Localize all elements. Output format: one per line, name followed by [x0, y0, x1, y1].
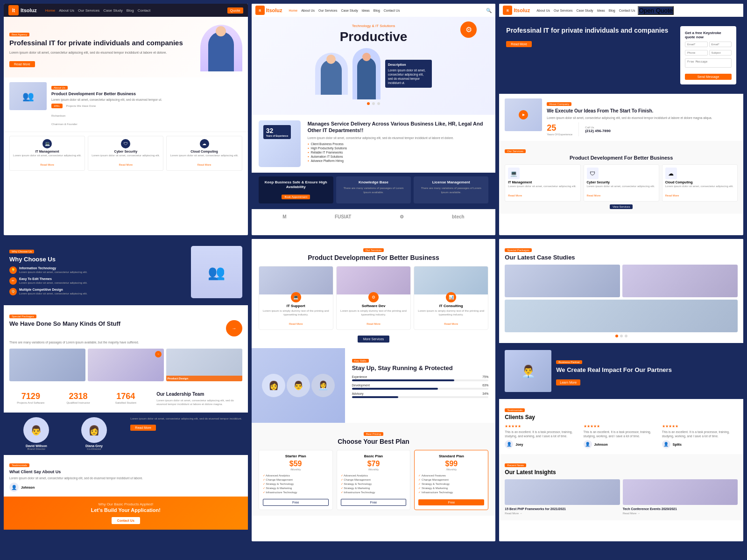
form-phone[interactable]: [685, 50, 708, 56]
brand-fusiat: FUSIAT: [335, 214, 351, 219]
service-item-1: Client Business Process: [308, 142, 489, 146]
case-img-1: [505, 265, 620, 297]
team-read-more-btn[interactable]: Read More: [130, 425, 156, 431]
nav-link-about[interactable]: About Us: [59, 8, 74, 13]
read-more-it[interactable]: Read More: [40, 163, 54, 166]
plan-starter-features: Advanced Analytics Change Management Str…: [263, 473, 329, 494]
case-dot-2[interactable]: [620, 335, 623, 337]
logo-name-2: Itsoluz: [266, 7, 282, 13]
book-btn[interactable]: Book Appointment: [282, 195, 310, 199]
product-content-1: About Us Product Development For Better …: [51, 82, 242, 127]
testimonial-section-4: Testimonials What Client Say About Us Lo…: [4, 455, 248, 497]
product-tag-1: About Us: [51, 86, 68, 90]
form-email[interactable]: [685, 42, 708, 47]
nav3-about[interactable]: About Us: [536, 9, 550, 12]
nav2-home[interactable]: Home: [289, 9, 298, 12]
scard-cyber-link[interactable]: Read More: [587, 194, 601, 197]
hero-slider-2: ⚙ Technology & IT Solutions Productive D…: [252, 17, 496, 115]
hero-btn-1[interactable]: Read More: [9, 61, 35, 67]
testimonial-text-4: Lorem ipsum dolor sit amet, consectetur …: [9, 476, 242, 480]
portfolio-arrow-2[interactable]: →: [155, 351, 162, 357]
hero-desc-box-2: Description Lorem ipsum dolor sit amet, …: [385, 60, 432, 88]
logo-name-3: Itsoluz: [514, 7, 530, 13]
scard-it-link[interactable]: Read More: [508, 194, 522, 197]
ideas-desc-3: Lorem ipsum dolor sit amet, consectetur …: [547, 116, 738, 120]
nav-links-2: Home About Us Our Services Case Study Id…: [289, 9, 400, 12]
nav2-case[interactable]: Case Study: [341, 9, 358, 12]
scard-it-icon: 💻: [508, 168, 520, 179]
scard-cloud-link[interactable]: Read More: [665, 194, 679, 197]
panel-mid-left: Why Choose Us Why Choose Us 💡 Informatio…: [4, 239, 248, 541]
it-icon: 💻: [42, 139, 52, 148]
team-members-section: 👨 David Willson Brand Director 👩 Diana G…: [4, 413, 248, 455]
nav-link-services[interactable]: Our Services: [78, 8, 99, 13]
nav3-ideas[interactable]: Ideas: [597, 9, 605, 12]
nav2-about[interactable]: About Us: [301, 9, 315, 12]
svc-icon-consulting: 📊: [446, 292, 456, 302]
form-message[interactable]: [685, 58, 732, 68]
plan-standard-btn[interactable]: Free: [418, 499, 484, 505]
ideas-image-3: ▶: [505, 98, 542, 131]
svc-title-support: IT Support: [262, 304, 330, 308]
svc-link-software[interactable]: Read More: [366, 322, 381, 325]
why-item-3: 🎨 Multiple Competitive Design Lorem ipsu…: [9, 288, 185, 296]
nav3-blog[interactable]: Blog: [609, 9, 615, 12]
dot-2[interactable]: [372, 102, 375, 105]
nav-link-blog[interactable]: Blog: [127, 8, 134, 13]
hero-btn-3[interactable]: Read More: [506, 41, 532, 47]
case-img-2: [622, 265, 738, 297]
feature-s-2: Change Management: [263, 477, 329, 482]
nav3-contact[interactable]: Contact Us: [619, 9, 635, 12]
svc-desc-support: Lorem ipsum is simply dummy text of the …: [262, 309, 330, 317]
nav3-case[interactable]: Case Study: [576, 9, 593, 12]
nav-cta-btn-1[interactable]: Quote: [227, 7, 243, 14]
nav3-services[interactable]: Our Services: [554, 9, 572, 12]
quote-form: Get a free Keystroke quote now Send Mess…: [680, 26, 736, 84]
service-card-cloud: ☁ Cloud Computing Lorem ipsum dolor sit …: [166, 136, 242, 171]
read-more-cyber[interactable]: Read More: [119, 163, 133, 166]
open-quote-btn[interactable]: Open Quote: [638, 6, 674, 15]
phone-number[interactable]: (212) 456-7890: [585, 129, 611, 133]
dot-1[interactable]: [367, 102, 370, 105]
feature-b-2: Change Management: [341, 477, 407, 482]
nav2-services[interactable]: Our Services: [318, 9, 337, 12]
service-desc-it: Lorem ipsum dolor sit amet, consectetur …: [13, 154, 82, 158]
cta-btn-4[interactable]: Contact Us: [112, 517, 140, 524]
svc-img-support: [259, 266, 333, 294]
svc-link-support[interactable]: Read More: [289, 322, 303, 325]
stat-students: 1764 Satisfied Student: [104, 392, 147, 408]
view-services-btn[interactable]: View Services: [610, 204, 633, 209]
nav-link-case[interactable]: Case Study: [103, 8, 122, 13]
plan-basic-btn[interactable]: Free: [341, 499, 407, 506]
svc-body-software: ⚙ Software Dev Lorem ipsum is simply dum…: [337, 294, 410, 329]
case-dot-3[interactable]: [625, 335, 627, 337]
services-image-2: 32 Years of Experience: [259, 120, 301, 167]
years-stat: 25 Years Of Experience: [547, 123, 572, 136]
skill-exp-fill: [352, 379, 455, 381]
read-more-cloud[interactable]: Read More: [197, 163, 211, 166]
hero-section-1: Best Agency Professinal IT for private i…: [4, 17, 248, 77]
member-role-david: Brand Director: [9, 448, 63, 450]
member-photo-diana: 👩: [81, 417, 107, 443]
nav2-blog[interactable]: Blog: [374, 9, 380, 12]
send-message-btn[interactable]: Send Message: [685, 74, 732, 80]
logo-icon-2: It: [255, 6, 265, 15]
search-icon-2[interactable]: 🔍: [486, 8, 492, 13]
case-dot-1[interactable]: [615, 335, 618, 337]
nav2-ideas[interactable]: Ideas: [362, 9, 370, 12]
play-button[interactable]: ▶: [519, 110, 528, 119]
svc-link-consulting[interactable]: Read More: [444, 322, 458, 325]
plan-starter-btn[interactable]: Free: [263, 499, 329, 506]
panel-top-center: It Itsoluz Home About Us Our Services Ca…: [252, 4, 496, 235]
card-knowledge-title: Knowledge Base: [340, 180, 407, 185]
learn-more-btn-6[interactable]: Learn More: [556, 379, 580, 385]
nav2-contact[interactable]: Contact Us: [384, 9, 400, 12]
dot-3[interactable]: [377, 102, 380, 105]
why-tag-4: Why Choose Us: [9, 250, 34, 253]
name-joey: Joey: [515, 443, 523, 446]
nav-link-contact[interactable]: Contact: [138, 8, 151, 13]
nav-link-home[interactable]: Home: [45, 8, 55, 13]
more-services-btn[interactable]: More Services: [358, 336, 390, 343]
form-email2[interactable]: [709, 42, 732, 47]
form-subject[interactable]: [709, 50, 732, 56]
